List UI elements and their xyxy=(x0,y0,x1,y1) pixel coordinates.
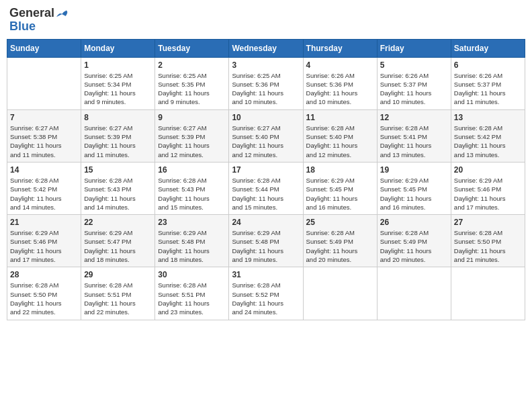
day-number: 25 xyxy=(306,218,374,227)
calendar-cell: 16Sunrise: 6:28 AMSunset: 5:43 PMDayligh… xyxy=(155,162,229,214)
calendar-cell: 2Sunrise: 6:25 AMSunset: 5:35 PMDaylight… xyxy=(155,57,229,109)
calendar-cell: 21Sunrise: 6:29 AMSunset: 5:46 PMDayligh… xyxy=(7,215,81,267)
calendar-cell: 6Sunrise: 6:26 AMSunset: 5:37 PMDaylight… xyxy=(451,57,525,109)
day-number: 21 xyxy=(10,218,78,227)
calendar-cell: 12Sunrise: 6:28 AMSunset: 5:41 PMDayligh… xyxy=(377,109,451,162)
day-number: 1 xyxy=(84,60,152,70)
day-info: Sunrise: 6:25 AMSunset: 5:34 PMDaylight:… xyxy=(84,71,152,107)
day-number: 20 xyxy=(454,165,522,175)
day-number: 10 xyxy=(232,113,300,122)
day-info: Sunrise: 6:28 AMSunset: 5:40 PMDaylight:… xyxy=(306,124,374,159)
day-info: Sunrise: 6:28 AMSunset: 5:42 PMDaylight:… xyxy=(10,176,78,212)
day-info: Sunrise: 6:28 AMSunset: 5:44 PMDaylight:… xyxy=(232,176,300,212)
day-info: Sunrise: 6:28 AMSunset: 5:43 PMDaylight:… xyxy=(84,176,152,212)
day-info: Sunrise: 6:29 AMSunset: 5:47 PMDaylight:… xyxy=(84,228,152,264)
day-info: Sunrise: 6:29 AMSunset: 5:46 PMDaylight:… xyxy=(10,228,78,264)
header-tuesday: Tuesday xyxy=(155,39,229,57)
calendar-cell: 19Sunrise: 6:29 AMSunset: 5:45 PMDayligh… xyxy=(377,162,451,214)
day-number: 13 xyxy=(454,113,522,122)
day-info: Sunrise: 6:29 AMSunset: 5:46 PMDaylight:… xyxy=(454,176,522,212)
day-info: Sunrise: 6:28 AMSunset: 5:49 PMDaylight:… xyxy=(306,228,374,264)
day-info: Sunrise: 6:26 AMSunset: 5:37 PMDaylight:… xyxy=(380,71,448,107)
week-row-1: 1Sunrise: 6:25 AMSunset: 5:34 PMDaylight… xyxy=(7,57,525,109)
logo-general-text: General xyxy=(9,6,54,19)
calendar-cell: 7Sunrise: 6:27 AMSunset: 5:38 PMDaylight… xyxy=(7,109,81,162)
day-number: 8 xyxy=(84,113,152,122)
day-info: Sunrise: 6:28 AMSunset: 5:49 PMDaylight:… xyxy=(380,228,448,264)
day-info: Sunrise: 6:28 AMSunset: 5:50 PMDaylight:… xyxy=(10,281,78,316)
calendar-cell: 8Sunrise: 6:27 AMSunset: 5:39 PMDaylight… xyxy=(81,109,155,162)
day-number: 22 xyxy=(84,218,152,227)
calendar-cell: 20Sunrise: 6:29 AMSunset: 5:46 PMDayligh… xyxy=(451,162,525,214)
calendar-cell: 23Sunrise: 6:29 AMSunset: 5:48 PMDayligh… xyxy=(155,215,229,267)
calendar-cell: 10Sunrise: 6:27 AMSunset: 5:40 PMDayligh… xyxy=(229,109,303,162)
day-info: Sunrise: 6:28 AMSunset: 5:51 PMDaylight:… xyxy=(84,281,152,316)
day-info: Sunrise: 6:27 AMSunset: 5:38 PMDaylight:… xyxy=(10,124,78,159)
day-info: Sunrise: 6:29 AMSunset: 5:45 PMDaylight:… xyxy=(306,176,374,212)
day-number: 4 xyxy=(306,60,374,70)
logo: General Blue xyxy=(9,7,69,34)
calendar-cell: 24Sunrise: 6:29 AMSunset: 5:48 PMDayligh… xyxy=(229,215,303,267)
day-number: 28 xyxy=(10,270,78,279)
calendar-cell: 3Sunrise: 6:25 AMSunset: 5:36 PMDaylight… xyxy=(229,57,303,109)
day-number: 3 xyxy=(232,60,300,70)
header-thursday: Thursday xyxy=(303,39,377,57)
day-number: 26 xyxy=(380,218,448,227)
day-info: Sunrise: 6:27 AMSunset: 5:39 PMDaylight:… xyxy=(158,124,226,159)
days-of-week-row: SundayMondayTuesdayWednesdayThursdayFrid… xyxy=(7,39,525,57)
calendar-table: SundayMondayTuesdayWednesdayThursdayFrid… xyxy=(7,39,525,320)
calendar-cell: 29Sunrise: 6:28 AMSunset: 5:51 PMDayligh… xyxy=(81,267,155,320)
calendar-cell: 30Sunrise: 6:28 AMSunset: 5:51 PMDayligh… xyxy=(155,267,229,320)
day-info: Sunrise: 6:28 AMSunset: 5:41 PMDaylight:… xyxy=(380,124,448,159)
week-row-3: 14Sunrise: 6:28 AMSunset: 5:42 PMDayligh… xyxy=(7,162,525,214)
calendar-cell: 1Sunrise: 6:25 AMSunset: 5:34 PMDaylight… xyxy=(81,57,155,109)
day-number: 7 xyxy=(10,113,78,122)
day-number: 15 xyxy=(84,165,152,175)
day-info: Sunrise: 6:26 AMSunset: 5:36 PMDaylight:… xyxy=(306,71,374,107)
week-row-4: 21Sunrise: 6:29 AMSunset: 5:46 PMDayligh… xyxy=(7,215,525,267)
calendar-cell xyxy=(7,57,81,109)
calendar-cell xyxy=(303,267,377,320)
day-number: 5 xyxy=(380,60,448,70)
calendar-cell: 15Sunrise: 6:28 AMSunset: 5:43 PMDayligh… xyxy=(81,162,155,214)
header-sunday: Sunday xyxy=(7,39,81,57)
day-info: Sunrise: 6:29 AMSunset: 5:45 PMDaylight:… xyxy=(380,176,448,212)
day-number: 9 xyxy=(158,113,226,122)
day-info: Sunrise: 6:27 AMSunset: 5:39 PMDaylight:… xyxy=(84,124,152,159)
calendar-cell: 31Sunrise: 6:28 AMSunset: 5:52 PMDayligh… xyxy=(229,267,303,320)
day-number: 24 xyxy=(232,218,300,227)
calendar-cell: 22Sunrise: 6:29 AMSunset: 5:47 PMDayligh… xyxy=(81,215,155,267)
day-number: 14 xyxy=(10,165,78,175)
day-number: 29 xyxy=(84,270,152,279)
calendar-cell: 14Sunrise: 6:28 AMSunset: 5:42 PMDayligh… xyxy=(7,162,81,214)
day-number: 23 xyxy=(158,218,226,227)
day-number: 19 xyxy=(380,165,448,175)
logo-bird-icon xyxy=(56,9,69,19)
calendar-cell: 26Sunrise: 6:28 AMSunset: 5:49 PMDayligh… xyxy=(377,215,451,267)
calendar-cell: 9Sunrise: 6:27 AMSunset: 5:39 PMDaylight… xyxy=(155,109,229,162)
calendar-cell xyxy=(451,267,525,320)
calendar-cell: 17Sunrise: 6:28 AMSunset: 5:44 PMDayligh… xyxy=(229,162,303,214)
page-header: General Blue xyxy=(7,7,525,34)
day-number: 30 xyxy=(158,270,226,279)
calendar-cell: 25Sunrise: 6:28 AMSunset: 5:49 PMDayligh… xyxy=(303,215,377,267)
calendar-cell: 13Sunrise: 6:28 AMSunset: 5:42 PMDayligh… xyxy=(451,109,525,162)
week-row-2: 7Sunrise: 6:27 AMSunset: 5:38 PMDaylight… xyxy=(7,109,525,162)
day-number: 27 xyxy=(454,218,522,227)
day-info: Sunrise: 6:26 AMSunset: 5:37 PMDaylight:… xyxy=(454,71,522,107)
day-info: Sunrise: 6:25 AMSunset: 5:35 PMDaylight:… xyxy=(158,71,226,107)
day-info: Sunrise: 6:28 AMSunset: 5:52 PMDaylight:… xyxy=(232,281,300,316)
header-friday: Friday xyxy=(377,39,451,57)
day-number: 31 xyxy=(232,270,300,279)
logo-blue-text: Blue xyxy=(9,19,36,33)
day-number: 12 xyxy=(380,113,448,122)
day-number: 6 xyxy=(454,60,522,70)
calendar-body: 1Sunrise: 6:25 AMSunset: 5:34 PMDaylight… xyxy=(7,57,525,320)
day-info: Sunrise: 6:28 AMSunset: 5:51 PMDaylight:… xyxy=(158,281,226,316)
calendar-cell: 4Sunrise: 6:26 AMSunset: 5:36 PMDaylight… xyxy=(303,57,377,109)
day-number: 17 xyxy=(232,165,300,175)
day-info: Sunrise: 6:25 AMSunset: 5:36 PMDaylight:… xyxy=(232,71,300,107)
day-info: Sunrise: 6:27 AMSunset: 5:40 PMDaylight:… xyxy=(232,124,300,159)
day-info: Sunrise: 6:29 AMSunset: 5:48 PMDaylight:… xyxy=(158,228,226,264)
calendar-header: SundayMondayTuesdayWednesdayThursdayFrid… xyxy=(7,39,525,57)
